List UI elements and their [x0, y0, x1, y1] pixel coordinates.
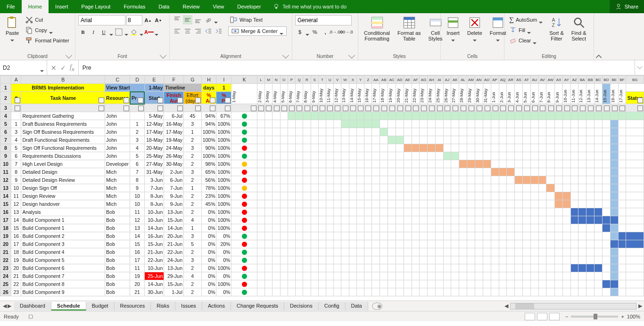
cell-effort[interactable]: 2 — [184, 248, 202, 256]
gantt-cell[interactable] — [364, 112, 372, 120]
gantt-cell[interactable] — [326, 264, 333, 272]
gantt-cell[interactable] — [288, 272, 295, 280]
gantt-cell[interactable] — [570, 224, 578, 232]
gantt-cell[interactable] — [428, 264, 436, 272]
col-header[interactable]: L — [257, 76, 264, 84]
gantt-cell[interactable] — [555, 264, 563, 272]
gantt-cell[interactable] — [296, 200, 303, 208]
gantt-cell[interactable] — [538, 240, 546, 248]
gantt-cell[interactable] — [467, 168, 475, 176]
gantt-cell[interactable] — [364, 120, 372, 128]
gantt-date-header[interactable]: 17-Jun — [618, 84, 626, 104]
gantt-cell[interactable] — [475, 256, 483, 264]
gantt-cell[interactable] — [349, 200, 356, 208]
gantt-date-header[interactable]: 20-May — [396, 84, 404, 104]
gantt-cell[interactable] — [265, 152, 272, 160]
gantt-cell[interactable] — [334, 176, 341, 184]
gantt-cell[interactable] — [618, 160, 626, 168]
col-header[interactable]: BD — [602, 76, 610, 84]
gantt-cell[interactable] — [602, 224, 610, 232]
cell-task[interactable]: Detailed Design — [21, 168, 105, 176]
gantt-cell[interactable] — [610, 152, 618, 160]
gantt-cell[interactable] — [257, 280, 264, 288]
col-header[interactable]: Y — [357, 76, 364, 84]
gantt-cell[interactable] — [388, 200, 396, 208]
gantt-cell[interactable] — [280, 176, 288, 184]
gantt-cell[interactable] — [272, 288, 280, 296]
cell-status[interactable] — [231, 288, 257, 296]
gantt-cell[interactable] — [257, 112, 264, 120]
gantt-cell[interactable] — [602, 264, 610, 272]
row-header[interactable]: 5 — [0, 120, 11, 128]
gantt-cell[interactable] — [420, 120, 428, 128]
gantt-cell[interactable] — [602, 168, 610, 176]
gantt-cell[interactable] — [303, 280, 311, 288]
gantt-cell[interactable] — [555, 208, 563, 216]
gantt-cell[interactable] — [507, 192, 515, 200]
gantt-cell[interactable] — [428, 248, 436, 256]
gantt-cell[interactable] — [357, 168, 364, 176]
gantt-cell[interactable] — [412, 200, 420, 208]
gantt-cell[interactable] — [570, 280, 578, 288]
gantt-cell[interactable] — [420, 176, 428, 184]
gantt-cell[interactable] — [459, 216, 467, 224]
italic-button[interactable]: I — [89, 27, 98, 37]
font-dialog-launcher[interactable] — [160, 52, 166, 58]
gantt-cell[interactable] — [428, 240, 436, 248]
cell-plan[interactable]: 67% — [216, 112, 231, 120]
gantt-filter-cell[interactable] — [586, 104, 594, 112]
gantt-cell[interactable] — [311, 272, 318, 280]
gantt-cell[interactable] — [257, 256, 264, 264]
gantt-cell[interactable] — [326, 120, 333, 128]
gantt-cell[interactable] — [303, 264, 311, 272]
gantt-cell[interactable] — [341, 288, 349, 296]
gantt-cell[interactable] — [443, 224, 451, 232]
gantt-cell[interactable] — [311, 136, 318, 144]
gantt-cell[interactable] — [451, 272, 459, 280]
gantt-cell[interactable] — [610, 168, 618, 176]
cell-pct[interactable]: 94% — [201, 120, 216, 128]
gantt-cell[interactable] — [265, 112, 272, 120]
gantt-cell[interactable] — [296, 168, 303, 176]
cell-task[interactable]: Build Component 8 — [21, 280, 105, 288]
gantt-cell[interactable] — [475, 168, 483, 176]
tab-file[interactable]: File — [0, 0, 22, 13]
gantt-cell[interactable] — [318, 216, 326, 224]
gantt-cell[interactable] — [499, 192, 507, 200]
gantt-cell[interactable] — [288, 280, 295, 288]
gantt-date-header[interactable]: 3-Jun — [507, 84, 515, 104]
gantt-cell[interactable] — [357, 184, 364, 192]
gantt-cell[interactable] — [586, 264, 594, 272]
gantt-cell[interactable] — [436, 248, 443, 256]
gantt-cell[interactable] — [538, 144, 546, 152]
gantt-cell[interactable] — [570, 264, 578, 272]
horizontal-scrollbar[interactable]: ◀ ▶ — [503, 302, 644, 310]
row-header[interactable]: 26 — [0, 288, 11, 296]
gantt-cell[interactable] — [388, 176, 396, 184]
gantt-cell[interactable] — [610, 128, 618, 136]
gantt-cell[interactable] — [555, 192, 563, 200]
gantt-cell[interactable] — [303, 288, 311, 296]
gantt-cell[interactable] — [303, 112, 311, 120]
pct-header[interactable]: % Ac — [201, 92, 216, 104]
gantt-cell[interactable] — [618, 112, 626, 120]
gantt-cell[interactable] — [530, 152, 538, 160]
gantt-cell[interactable] — [265, 240, 272, 248]
cell-num[interactable]: 9 — [11, 176, 21, 184]
gantt-date-header[interactable]: 2-May — [257, 84, 264, 104]
gantt-date-header[interactable]: 14-Jun — [594, 84, 603, 104]
col-header[interactable]: AF — [412, 76, 420, 84]
gantt-cell[interactable] — [459, 184, 467, 192]
gantt-cell[interactable] — [303, 160, 311, 168]
cell-pct[interactable]: 0% — [201, 248, 216, 256]
gantt-cell[interactable] — [546, 112, 555, 120]
gantt-cell[interactable] — [538, 136, 546, 144]
gantt-cell[interactable] — [602, 128, 610, 136]
gantt-cell[interactable] — [436, 216, 443, 224]
gantt-cell[interactable] — [396, 136, 404, 144]
gantt-cell[interactable] — [562, 208, 570, 216]
gantt-cell[interactable] — [538, 264, 546, 272]
num-header[interactable]: # — [11, 92, 21, 104]
gantt-cell[interactable] — [303, 240, 311, 248]
cell-pre[interactable]: 5 — [130, 152, 144, 160]
